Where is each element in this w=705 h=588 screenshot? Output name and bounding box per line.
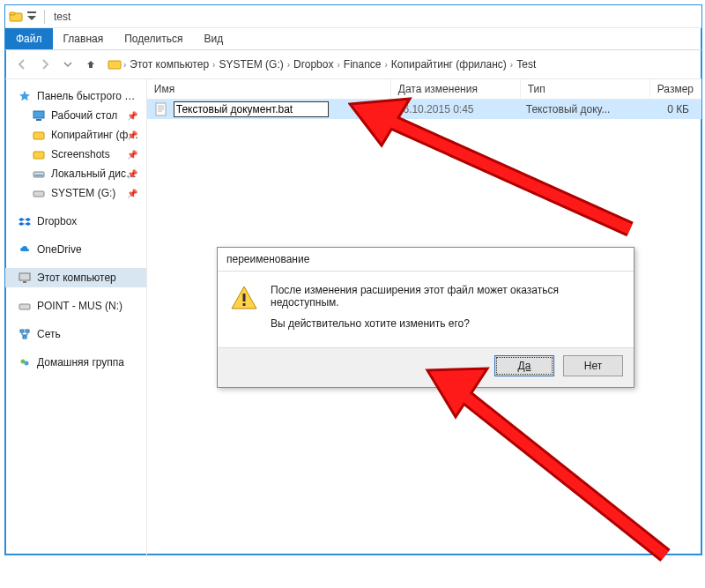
- svg-rect-3: [108, 61, 121, 69]
- crumb-finance[interactable]: Finance: [342, 56, 383, 72]
- address-bar: › Этот компьютер › SYSTEM (G:) › Dropbox…: [5, 50, 701, 79]
- sidebar-item-label: Dropbox: [37, 215, 77, 227]
- crumb-this-pc[interactable]: Этот компьютер: [128, 56, 211, 72]
- crumb-test[interactable]: Test: [515, 56, 538, 72]
- svg-point-18: [25, 361, 29, 366]
- cloud-icon: [18, 242, 32, 257]
- pin-icon: 📌: [127, 189, 137, 198]
- ribbon-tabs: Файл Главная Поделиться Вид: [5, 28, 701, 50]
- dialog-line2: Вы действительно хотите изменить его?: [271, 317, 621, 330]
- col-type[interactable]: Тип: [521, 79, 650, 99]
- chevron-right-icon[interactable]: ›: [337, 60, 339, 70]
- svg-rect-24: [243, 294, 246, 301]
- svg-rect-9: [34, 175, 43, 176]
- sidebar-item-label: SYSTEM (G:): [51, 187, 115, 199]
- svg-rect-7: [33, 152, 44, 159]
- separator: [44, 10, 45, 24]
- crumb-dropbox[interactable]: Dropbox: [292, 56, 335, 72]
- chevron-right-icon[interactable]: ›: [385, 60, 388, 70]
- no-button[interactable]: Нет: [563, 355, 623, 376]
- svg-rect-14: [20, 330, 24, 332]
- folder-icon: [9, 10, 23, 24]
- file-type-cell: Текстовый доку...: [519, 103, 648, 115]
- sidebar-item-label: Домашняя группа: [37, 356, 124, 368]
- col-date[interactable]: Дата изменения: [391, 79, 521, 99]
- chevron-right-icon[interactable]: ›: [123, 60, 126, 70]
- file-rename-input[interactable]: [174, 101, 329, 117]
- sidebar-item-label: OneDrive: [37, 243, 82, 256]
- sidebar-item-desktop[interactable]: Рабочий стол 📌: [5, 106, 146, 125]
- chevron-right-icon[interactable]: ›: [510, 60, 513, 70]
- back-button[interactable]: [12, 55, 32, 74]
- chevron-right-icon[interactable]: ›: [212, 60, 215, 70]
- tab-file[interactable]: Файл: [5, 28, 53, 49]
- sidebar-item-point-mus[interactable]: POINT - MUS (N:): [5, 296, 146, 316]
- pin-icon: 📌: [127, 111, 137, 121]
- svg-rect-10: [33, 191, 44, 197]
- sidebar-item-label: Панель быстрого доступа: [37, 90, 139, 102]
- svg-rect-15: [26, 330, 29, 332]
- sidebar-item-copywriting[interactable]: Копирайтинг (фрилан 📌: [5, 125, 146, 145]
- sidebar-item-label: Screenshots: [51, 148, 110, 160]
- network-icon: [18, 327, 32, 341]
- tab-share[interactable]: Поделиться: [114, 28, 193, 49]
- sidebar-item-label: Этот компьютер: [37, 272, 116, 284]
- sidebar-quick-access[interactable]: Панель быстрого доступа: [5, 86, 146, 106]
- column-headers: Имя Дата изменения Тип Размер: [147, 79, 701, 100]
- col-size[interactable]: Размер: [650, 79, 701, 99]
- tab-home[interactable]: Главная: [53, 28, 115, 49]
- chevron-right-icon[interactable]: ›: [287, 60, 290, 70]
- homegroup-icon: [18, 355, 32, 369]
- svg-rect-6: [33, 132, 44, 139]
- sidebar-item-label: POINT - MUS (N:): [37, 300, 122, 312]
- rename-confirm-dialog: переименование После изменения расширени…: [217, 247, 634, 388]
- tab-view[interactable]: Вид: [193, 28, 234, 49]
- forward-button[interactable]: [35, 55, 55, 74]
- textfile-icon: [154, 102, 168, 116]
- col-name[interactable]: Имя: [147, 79, 391, 99]
- crumb-copywriting[interactable]: Копирайтинг (фриланс): [390, 56, 508, 72]
- pin-icon: 📌: [127, 169, 137, 179]
- sidebar-item-this-pc[interactable]: Этот компьютер: [5, 268, 146, 287]
- qat-customize-icon[interactable]: [25, 10, 39, 24]
- dialog-title: переименование: [218, 248, 634, 272]
- breadcrumb[interactable]: › Этот компьютер › SYSTEM (G:) › Dropbox…: [108, 56, 694, 72]
- desktop-icon: [32, 108, 46, 123]
- sidebar-item-homegroup[interactable]: Домашняя группа: [5, 353, 146, 372]
- dialog-message: После изменения расширения этот файл мож…: [271, 284, 621, 339]
- warning-icon: [230, 284, 258, 312]
- folder-icon: [32, 147, 46, 161]
- file-date-cell: 16.10.2015 0:45: [390, 103, 519, 115]
- svg-rect-12: [23, 281, 26, 283]
- svg-rect-16: [23, 336, 26, 339]
- sidebar-item-dropbox[interactable]: Dropbox: [5, 212, 146, 231]
- sidebar-item-local-disk-c[interactable]: Локальный диск (C:) 📌: [5, 164, 146, 183]
- sidebar-item-label: Сеть: [37, 328, 61, 340]
- button-label: Да: [518, 360, 531, 372]
- sidebar-item-onedrive[interactable]: OneDrive: [5, 240, 146, 259]
- drive-icon: [32, 167, 46, 181]
- file-row[interactable]: 16.10.2015 0:45 Текстовый доку... 0 КБ: [147, 100, 701, 119]
- folder-icon: [108, 57, 122, 71]
- crumb-system[interactable]: SYSTEM (G:): [217, 56, 285, 72]
- sidebar-item-system-g[interactable]: SYSTEM (G:) 📌: [5, 183, 146, 203]
- pin-icon: 📌: [127, 150, 137, 160]
- file-name-cell: [147, 101, 390, 117]
- button-label: Нет: [584, 360, 602, 372]
- svg-rect-25: [243, 303, 246, 306]
- sidebar-item-network[interactable]: Сеть: [5, 324, 146, 344]
- svg-rect-4: [33, 111, 44, 118]
- monitor-icon: [18, 271, 32, 285]
- pin-icon: 📌: [127, 130, 137, 140]
- sidebar-item-screenshots[interactable]: Screenshots 📌: [5, 145, 146, 164]
- drive-icon: [32, 186, 46, 200]
- dialog-line1: После изменения расширения этот файл мож…: [271, 284, 621, 309]
- window-title: test: [54, 11, 70, 23]
- navigation-pane: Панель быстрого доступа Рабочий стол 📌 К…: [5, 79, 147, 557]
- yes-button[interactable]: Да: [494, 355, 554, 376]
- up-button[interactable]: [81, 55, 100, 74]
- recent-locations-button[interactable]: [58, 55, 78, 74]
- svg-rect-5: [36, 119, 41, 121]
- folder-icon: [32, 128, 46, 142]
- star-icon: [18, 89, 32, 103]
